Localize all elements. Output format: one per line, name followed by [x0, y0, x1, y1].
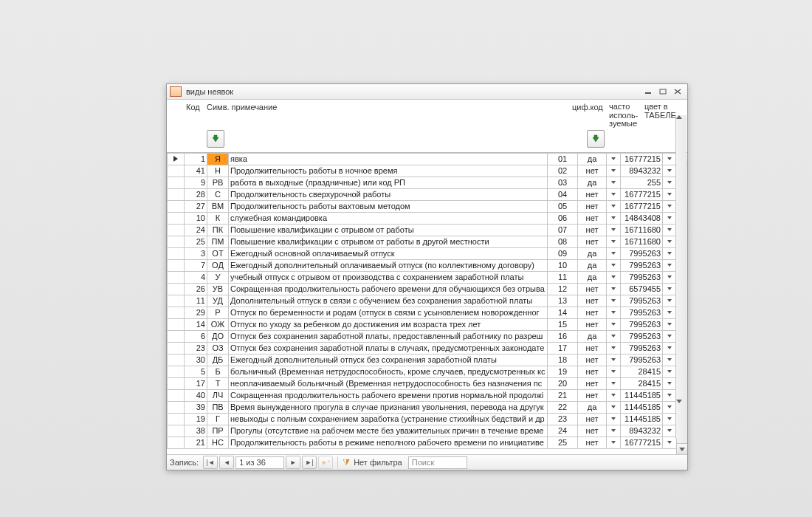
- color-dropdown-icon[interactable]: [663, 436, 677, 448]
- cell-code[interactable]: 29: [185, 307, 207, 318]
- cell-color[interactable]: 7995263: [621, 342, 663, 354]
- cell-freq[interactable]: да: [578, 247, 607, 259]
- row-selector[interactable]: [168, 259, 185, 271]
- color-dropdown-icon[interactable]: [663, 295, 677, 307]
- cell-symb[interactable]: Н: [207, 165, 229, 177]
- cell-desc[interactable]: Продолжительность работы в ночное время: [229, 165, 548, 177]
- cell-cif[interactable]: 09: [548, 247, 578, 259]
- freq-dropdown-icon[interactable]: [607, 436, 621, 448]
- color-dropdown-icon[interactable]: [663, 413, 677, 425]
- cell-cif[interactable]: 13: [548, 295, 578, 307]
- freq-dropdown-icon[interactable]: [607, 200, 621, 212]
- cell-code[interactable]: 25: [185, 236, 207, 247]
- sort-cif-button[interactable]: [587, 130, 605, 148]
- cell-color[interactable]: 16711680: [621, 236, 663, 247]
- cell-cif[interactable]: 10: [548, 259, 578, 271]
- freq-dropdown-icon[interactable]: [607, 413, 621, 425]
- row-selector[interactable]: [168, 224, 185, 236]
- table-row[interactable]: 3ОТЕжегодный основной оплачиваемый отпус…: [168, 247, 677, 259]
- form-scroll-thumb[interactable]: [676, 119, 687, 400]
- table-row[interactable]: 5Ббольничный (Временная нетрудоспособнос…: [168, 366, 677, 377]
- cell-freq[interactable]: нет: [578, 236, 607, 247]
- cell-desc[interactable]: Повышение квалификации с отрывом от рабо…: [229, 236, 548, 247]
- table-row[interactable]: 30ДБЕжегодный дополнительный отпуск без …: [168, 354, 677, 366]
- cell-freq[interactable]: нет: [578, 413, 607, 425]
- cell-desc[interactable]: Ежегодный дополнительный оплачиваемый от…: [229, 259, 548, 271]
- cell-code[interactable]: 4: [185, 271, 207, 283]
- freq-dropdown-icon[interactable]: [607, 295, 621, 307]
- freq-dropdown-icon[interactable]: [607, 259, 621, 271]
- row-selector[interactable]: [168, 425, 185, 436]
- cell-freq[interactable]: да: [578, 259, 607, 271]
- color-dropdown-icon[interactable]: [663, 354, 677, 366]
- cell-symb[interactable]: ДО: [207, 330, 229, 342]
- cell-code[interactable]: 6: [185, 330, 207, 342]
- cell-cif[interactable]: 11: [548, 271, 578, 283]
- color-dropdown-icon[interactable]: [663, 177, 677, 188]
- table-row[interactable]: 24ПКПовышение квалификации с отрывом от …: [168, 224, 677, 236]
- cell-code[interactable]: 41: [185, 165, 207, 177]
- row-selector[interactable]: [168, 165, 185, 177]
- cell-desc[interactable]: невыходы с полным сохранением заработка …: [229, 413, 548, 425]
- table-row[interactable]: 7ОДЕжегодный дополнительный оплачиваемый…: [168, 259, 677, 271]
- cell-code[interactable]: 9: [185, 177, 207, 188]
- table-row[interactable]: 21НСПродолжительность работы в режиме не…: [168, 436, 677, 448]
- cell-desc[interactable]: учебный отпуск с отрывом от производства…: [229, 271, 548, 283]
- table-row[interactable]: 27ВМПродолжительность работы вахтовым ме…: [168, 200, 677, 212]
- cell-code[interactable]: 19: [185, 413, 207, 425]
- titlebar[interactable]: виды неявок: [167, 84, 687, 100]
- cell-symb[interactable]: ПР: [207, 425, 229, 436]
- cell-color[interactable]: 16777215: [621, 436, 663, 448]
- cell-color[interactable]: 11445185: [621, 389, 663, 401]
- cell-color[interactable]: 16777215: [621, 188, 663, 200]
- nav-new-button[interactable]: ►*: [318, 456, 333, 469]
- row-selector[interactable]: [168, 366, 185, 377]
- cell-freq[interactable]: нет: [578, 283, 607, 295]
- cell-color[interactable]: 28415: [621, 377, 663, 389]
- cell-freq[interactable]: нет: [578, 318, 607, 330]
- cell-symb[interactable]: К: [207, 212, 229, 224]
- cell-desc[interactable]: Дополнительный отпуск в связи с обучение…: [229, 295, 548, 307]
- freq-dropdown-icon[interactable]: [607, 307, 621, 318]
- row-selector[interactable]: [168, 188, 185, 200]
- cell-freq[interactable]: нет: [578, 295, 607, 307]
- color-dropdown-icon[interactable]: [663, 188, 677, 200]
- freq-dropdown-icon[interactable]: [607, 425, 621, 436]
- cell-symb[interactable]: УД: [207, 295, 229, 307]
- row-selector[interactable]: [168, 236, 185, 247]
- row-selector[interactable]: [168, 307, 185, 318]
- cell-desc[interactable]: Ежегодный основной оплачиваемый отпуск: [229, 247, 548, 259]
- cell-cif[interactable]: 20: [548, 377, 578, 389]
- cell-freq[interactable]: нет: [578, 354, 607, 366]
- table-row[interactable]: 9РВработа в выходные (праздничные) или к…: [168, 177, 677, 188]
- color-dropdown-icon[interactable]: [663, 200, 677, 212]
- table-row[interactable]: 6ДООтпуск без сохранения заработной плат…: [168, 330, 677, 342]
- color-dropdown-icon[interactable]: [663, 212, 677, 224]
- cell-color[interactable]: 8943232: [621, 165, 663, 177]
- cell-freq[interactable]: нет: [578, 366, 607, 377]
- color-dropdown-icon[interactable]: [663, 259, 677, 271]
- cell-code[interactable]: 26: [185, 283, 207, 295]
- cell-symb[interactable]: ОЗ: [207, 342, 229, 354]
- cell-cif[interactable]: 08: [548, 236, 578, 247]
- cell-color[interactable]: 28415: [621, 366, 663, 377]
- cell-color[interactable]: 16711680: [621, 224, 663, 236]
- cell-color[interactable]: 7995263: [621, 271, 663, 283]
- cell-symb[interactable]: Г: [207, 413, 229, 425]
- color-dropdown-icon[interactable]: [663, 401, 677, 413]
- table-row[interactable]: 38ПРПрогулы (отсутствие на рабочем месте…: [168, 425, 677, 436]
- color-dropdown-icon[interactable]: [663, 318, 677, 330]
- color-dropdown-icon[interactable]: [663, 307, 677, 318]
- cell-desc[interactable]: работа в выходные (праздничные) или код …: [229, 177, 548, 188]
- color-dropdown-icon[interactable]: [663, 236, 677, 247]
- cell-symb[interactable]: Т: [207, 377, 229, 389]
- cell-freq[interactable]: нет: [578, 342, 607, 354]
- row-selector[interactable]: [168, 283, 185, 295]
- color-dropdown-icon[interactable]: [663, 153, 677, 165]
- freq-dropdown-icon[interactable]: [607, 318, 621, 330]
- freq-dropdown-icon[interactable]: [607, 247, 621, 259]
- cell-desc[interactable]: Повышение квалификации с отрывом от рабо…: [229, 224, 548, 236]
- cell-color[interactable]: 7995263: [621, 307, 663, 318]
- cell-symb[interactable]: Б: [207, 366, 229, 377]
- color-dropdown-icon[interactable]: [663, 165, 677, 177]
